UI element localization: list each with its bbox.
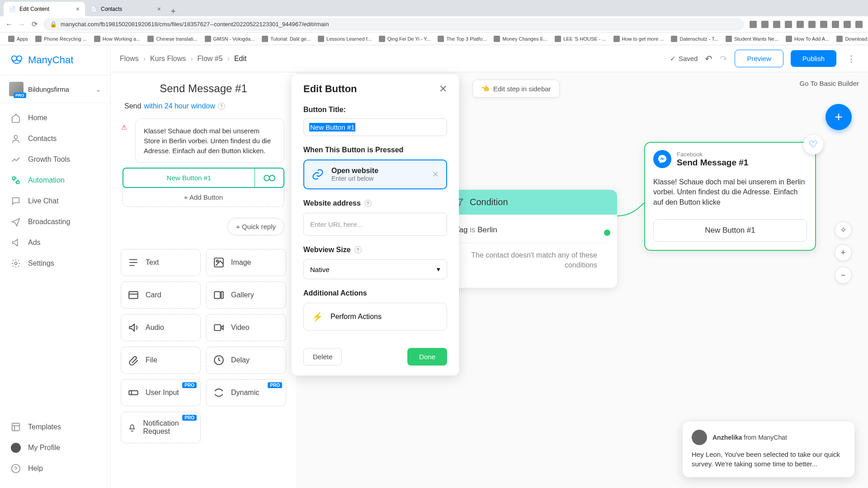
org-selector[interactable]: PRO Bildungsfirma ⌄ (0, 75, 110, 103)
zoom-out-icon[interactable]: − (835, 267, 852, 284)
sidebar-item-contacts[interactable]: Contacts (0, 128, 110, 149)
extension-icon[interactable] (750, 21, 757, 28)
sidebar-item-live-chat[interactable]: Live Chat (0, 191, 110, 211)
undo-icon[interactable]: ↶ (705, 53, 712, 64)
block-dynamic[interactable]: PRODynamic (206, 379, 286, 406)
browser-tab[interactable]: 📄 Contacts × (85, 2, 166, 16)
forward-icon[interactable]: → (18, 20, 25, 28)
block-delay[interactable]: Delay (206, 347, 286, 374)
button-title-input[interactable]: New Button #1 (303, 118, 447, 136)
extension-icon[interactable] (773, 21, 780, 28)
block-video[interactable]: Video (206, 314, 286, 341)
logo[interactable]: ManyChat (0, 45, 110, 75)
new-tab-button[interactable]: + (166, 7, 180, 16)
more-icon[interactable]: ⋮ (844, 54, 859, 64)
sidebar-item-home[interactable]: Home (0, 108, 110, 128)
bookmark[interactable]: Phone Recycling ... (33, 35, 90, 43)
support-widget[interactable]: Anzhelika from ManyChat Hey Leon, You've… (683, 422, 854, 478)
block-gallery[interactable]: Gallery (206, 282, 286, 309)
block-audio[interactable]: Audio (121, 314, 201, 341)
zoom-in-icon[interactable]: + (835, 244, 852, 261)
close-icon[interactable]: ✕ (439, 83, 447, 95)
button-link-icon[interactable] (255, 169, 283, 187)
bookmark[interactable]: Qing Fei De Yi - Y... (376, 35, 434, 43)
breadcrumb-link[interactable]: Kurs Flows (150, 55, 186, 63)
breadcrumb-link[interactable]: Flows (120, 55, 139, 63)
bookmark-icon (555, 36, 561, 42)
bookmark[interactable]: Download - Clou... (834, 35, 868, 43)
sidebar-item-profile[interactable]: My Profile (0, 437, 110, 458)
help-icon[interactable]: ? (218, 103, 225, 110)
done-button[interactable]: Done (407, 348, 447, 366)
fit-icon[interactable]: ✧ (835, 221, 852, 239)
bookmark[interactable]: Tutorial: Dalit ge... (259, 35, 313, 43)
message-text-card[interactable]: ⚠ Klasse! Schaue doch mal bei unserem St… (135, 118, 284, 163)
sidebar-item-broadcasting[interactable]: Broadcasting (0, 211, 110, 232)
bookmark[interactable]: GMSN - Vologda... (202, 35, 258, 43)
extension-icon[interactable] (797, 21, 804, 28)
bookmark[interactable]: Student Wants Ne... (723, 35, 781, 43)
extension-icon[interactable] (808, 21, 816, 28)
bookmark[interactable]: Money Changes E... (491, 35, 550, 43)
add-button[interactable]: + Add Button (123, 188, 284, 207)
message-button-label[interactable]: New Button #1 (123, 169, 255, 187)
bookmark[interactable]: Datenschutz - T... (668, 35, 721, 43)
output-port-match[interactable] (604, 230, 610, 236)
help-icon[interactable]: ? (354, 246, 362, 253)
preview-button[interactable]: Preview (735, 50, 783, 67)
sidebar-item-templates[interactable]: Templates (0, 417, 110, 437)
condition-rule[interactable]: Tag is Berlin (455, 223, 607, 243)
favorite-icon[interactable]: ♡ (803, 135, 823, 155)
message-button-row[interactable]: New Button #1 (123, 168, 284, 188)
extension-icon[interactable] (761, 21, 769, 28)
url-bar[interactable]: 🔒 manychat.com/fb1981502081920618/cms/fi… (43, 18, 744, 31)
sidebar-item-ads[interactable]: Ads (0, 232, 110, 253)
remove-action-icon[interactable]: ✕ (432, 169, 439, 179)
close-icon[interactable]: × (76, 5, 80, 13)
quick-reply-button[interactable]: + Quick reply (227, 218, 284, 235)
bookmark[interactable]: Chinese translati... (145, 35, 200, 43)
breadcrumb-link[interactable]: Flow #5 (198, 55, 223, 63)
back-icon[interactable]: ← (5, 20, 13, 28)
perform-actions-card[interactable]: ⚡ Perform Actions (303, 303, 447, 331)
basic-builder-link[interactable]: Go To Basic Builder (800, 80, 859, 87)
extension-icon[interactable] (844, 21, 851, 28)
close-icon[interactable]: × (157, 5, 161, 13)
bookmark[interactable]: How to get more ... (611, 35, 667, 43)
canvas[interactable]: Flows› Kurs Flows› Flow #5› Edit ✓Saved … (111, 45, 868, 488)
publish-button[interactable]: Publish (791, 50, 836, 67)
bookmark[interactable]: Lessons Learned f... (315, 35, 374, 43)
bookmark[interactable]: LEE 'S HOUSE - ... (552, 35, 609, 43)
sidebar-item-help[interactable]: Help (0, 458, 110, 479)
send-message-node[interactable]: ♡ Facebook Send Message #1 Klasse! Schau… (644, 142, 816, 251)
condition-node[interactable]: Condition Tag is Berlin The contact does… (445, 190, 617, 288)
sidebar-item-settings[interactable]: Settings (0, 253, 110, 274)
extension-icon[interactable] (832, 21, 839, 28)
block-image[interactable]: Image (206, 249, 286, 276)
send-window-link[interactable]: within 24 hour window (144, 102, 215, 110)
block-user-input[interactable]: PROUser Input (121, 379, 201, 406)
block-notification-request[interactable]: PRONotification Request (121, 412, 201, 443)
node-button[interactable]: New Button #1 (653, 219, 807, 242)
add-step-fab[interactable]: + (826, 104, 852, 130)
delete-button[interactable]: Delete (303, 348, 342, 366)
sidebar-item-automation[interactable]: Automation (0, 170, 110, 191)
extension-icon[interactable] (820, 21, 827, 28)
bookmark[interactable]: The Top 3 Platfo... (435, 35, 489, 43)
bookmark[interactable]: Apps (5, 35, 31, 43)
edit-step-sidebar[interactable]: 👈 Edit step in sidebar (472, 80, 560, 98)
help-icon[interactable]: ? (364, 200, 372, 207)
block-text[interactable]: Text (121, 249, 201, 276)
bookmark[interactable]: How To Add A... (783, 35, 832, 43)
bookmark[interactable]: How Working a... (91, 35, 143, 43)
block-card[interactable]: Card (121, 282, 201, 309)
extension-icon[interactable] (855, 21, 863, 28)
browser-tab-active[interactable]: 📄 Edit Content × (4, 2, 85, 16)
block-file[interactable]: File (121, 347, 201, 374)
webview-size-select[interactable]: Native▾ (303, 259, 447, 279)
url-input[interactable]: Enter URL here... (303, 213, 447, 236)
extension-icon[interactable] (785, 21, 792, 28)
open-website-action[interactable]: Open website Enter url below ✕ (303, 160, 447, 189)
sidebar-item-growth-tools[interactable]: Growth Tools (0, 149, 110, 170)
reload-icon[interactable]: ⟳ (31, 20, 38, 28)
